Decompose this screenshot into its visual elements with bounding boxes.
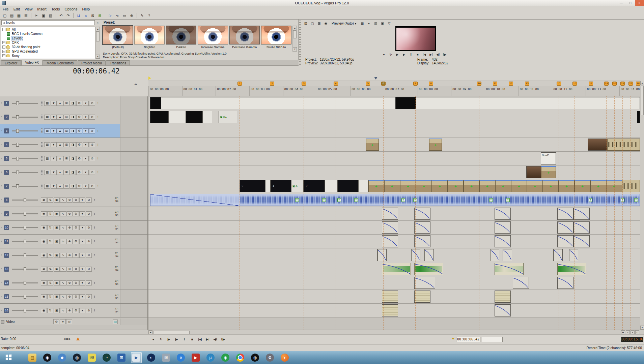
selection-edit-tool-icon[interactable]: ▭ [121,13,128,19]
clip-tanthumb[interactable]: + [464,180,479,192]
track-header-3[interactable]: ≡3▦▼▲⊞◨⚙▾⊘! [0,124,147,138]
project-properties-icon[interactable]: ☰ [23,13,29,19]
expand-track-keyframes-icon[interactable]: ▼ [51,115,57,120]
marker-2[interactable]: 2 [270,82,274,86]
insert-fx-icon[interactable]: ⊕ [66,225,73,230]
envelope-icon[interactable]: ∿ [60,280,66,285]
expand-icon[interactable]: + [2,41,5,44]
expand-track-keyframes-icon[interactable]: ▼ [51,101,57,106]
track-fx-icon[interactable]: ▦ [44,142,50,147]
preset-thumb-decrease-gamma[interactable]: Decrease Gamma [229,26,260,52]
scrollbar-thumb[interactable] [293,30,297,38]
fader-knob-icon[interactable] [24,281,26,285]
dropdown-icon[interactable]: ▾ [79,211,85,216]
track-grip-icon[interactable]: ≡ [1,240,3,242]
track-fx-icon[interactable]: ▦ [44,115,50,120]
expand-track-keyframes-icon[interactable]: ▼ [51,142,57,147]
bus-assignment-icon[interactable]: ▣ [54,294,60,299]
track-motion-icon[interactable]: ⊞ [63,128,69,133]
track-fader[interactable] [12,269,38,270]
track-header-14[interactable]: ≡14◉⇅▣∿⊕⚙▾⊘!27:54 [0,276,147,290]
clip-light[interactable] [358,180,368,192]
taskbar-mail[interactable]: ✉ [161,352,171,363]
paint-tool-icon[interactable]: ✎ [139,13,145,19]
dropdown-icon[interactable]: ▾ [83,101,89,106]
paste-icon[interactable]: ▧ [47,13,54,19]
normal-edit-tool-icon[interactable]: ▷ [107,13,114,19]
new-project-icon[interactable]: ▢ [1,13,8,19]
gear-icon[interactable]: ⚙ [73,198,79,203]
taskbar-clock-app[interactable]: ◔ [101,352,112,363]
bus-assignment-icon[interactable]: ▣ [54,267,60,272]
video-output-fx-icon[interactable]: ◉ [323,21,329,26]
track-fader[interactable] [12,103,38,104]
maximize-button[interactable]: □ [626,0,635,6]
preset-thumb-increase-gamma[interactable]: Increase Gamma [197,26,228,52]
clip-tanthumb[interactable]: + [448,180,464,192]
event-pan-icon[interactable]: + [295,198,299,202]
track-grip-icon[interactable]: ≡ [1,144,3,146]
clip-fade[interactable] [557,235,573,247]
fader-knob-icon[interactable] [16,184,19,188]
preview-pause-button[interactable]: ‖ [408,52,414,57]
track-header-2[interactable]: ≡2▦▼▲⊞◨⚙▾⊘! [0,110,147,124]
clip-wavegreen[interactable] [382,263,411,275]
track-fx-icon[interactable]: ▦ [44,101,50,106]
clip-tanplain[interactable] [495,291,511,303]
taskbar-utorrent[interactable]: µ [205,352,216,363]
compositing-mode-icon[interactable]: ◨ [70,142,76,147]
expand-icon[interactable]: + [2,46,5,49]
dropdown-icon[interactable]: ▾ [83,128,89,133]
track-motion-icon[interactable]: ⊞ [63,142,69,147]
marker-15[interactable]: 15 [557,82,561,86]
record-arm-icon[interactable]: ◉ [41,280,47,285]
taskbar-green-app[interactable]: ◉ [220,352,231,363]
marker-5[interactable]: 5 [366,82,370,86]
clip-black[interactable] [186,111,202,123]
clip-wavegreen[interactable] [414,263,443,275]
record-arm-icon[interactable]: ◉ [41,225,47,230]
taskbar-settings-app[interactable]: ⚙ [264,352,275,363]
insert-fx-icon[interactable]: ⊕ [66,308,73,313]
menu-view[interactable]: View [22,6,35,12]
marker-1[interactable]: 1 [237,82,242,86]
marker-21[interactable]: 21 [620,82,625,86]
clip-thumb[interactable]: ✓ [304,180,325,192]
tab-explorer[interactable]: Explorer [1,60,21,65]
clip-fade[interactable] [573,208,590,220]
clip-light[interactable] [150,97,640,109]
external-monitor-icon[interactable]: ⊞ [316,21,322,26]
clip-fade[interactable] [557,208,573,220]
scrollbar-thumb[interactable] [641,86,644,115]
marker-6[interactable]: 6 [381,82,386,86]
track-header-7[interactable]: ≡7▦▼▲⊞◨⚙▾⊘! [0,179,147,193]
marker-10[interactable]: 10 [477,82,481,86]
bus-assignment-icon[interactable]: ▣ [54,225,60,230]
video-preview-pin-icon[interactable]: ⊡ [303,21,309,26]
dropdown-icon[interactable]: ▾ [60,319,66,324]
clip-wavezig[interactable] [622,180,640,192]
insert-fx-icon[interactable]: ⊕ [66,211,73,216]
track-lane-13[interactable] [148,262,640,276]
scrollbar-thumb[interactable] [96,31,100,41]
clip-fade[interactable] [382,235,398,247]
overlay-caret-icon[interactable]: ▾ [366,21,372,26]
track-lane-14[interactable] [148,276,640,290]
track-grip-icon[interactable]: ≡ [1,226,3,229]
go-to-end-button[interactable]: ▶| [204,336,211,342]
taskbar-sticky-notes[interactable]: 99 [86,352,97,363]
clip-tanthumb[interactable]: + [429,139,442,151]
event-pan-icon[interactable]: + [401,198,405,202]
track-grip-icon[interactable]: ≡ [1,282,3,284]
mute-icon[interactable]: ⊘ [89,184,95,189]
clip-light[interactable] [265,180,271,192]
taskbar-file-explorer[interactable]: ▤ [27,352,38,363]
overlay-grid-icon[interactable]: ▦ [359,21,365,26]
track-grip-icon[interactable]: ≡ [1,102,3,104]
gear-icon[interactable]: ⚙ [76,101,82,106]
collapse-track-icon[interactable]: ▲ [57,115,63,120]
play-button[interactable]: ▶ [173,336,180,342]
track-motion-icon[interactable]: ⊞ [63,184,69,189]
loop-playback-button[interactable]: ↻ [158,336,165,342]
routing-icon[interactable]: ⇅ [47,211,53,216]
